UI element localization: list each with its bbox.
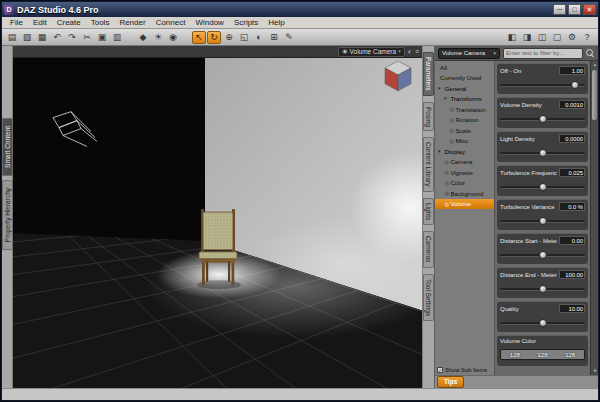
new-scene-icon[interactable]: ▤	[5, 31, 19, 44]
paste-icon[interactable]: ▥	[110, 31, 124, 44]
param-slider[interactable]	[500, 186, 585, 189]
param-value-field[interactable]: 0.025	[559, 168, 585, 177]
parameters-camera-dropdown[interactable]: Volume Camera ▾	[438, 48, 500, 59]
param-slider-handle[interactable]	[539, 251, 547, 259]
param-value-field[interactable]: 0.0000	[559, 134, 585, 143]
show-sub-items[interactable]: ✓ Show Sub Items	[437, 367, 487, 373]
param-slider-handle[interactable]	[539, 115, 547, 123]
expand-arrow-icon[interactable]: ▼	[443, 96, 447, 101]
viewport-3d-scene[interactable]	[13, 58, 422, 388]
menu-render[interactable]: Render	[114, 17, 150, 28]
menu-help[interactable]: Help	[263, 17, 289, 28]
param-slider-handle[interactable]	[571, 81, 579, 89]
spot-render-icon[interactable]: ✎	[282, 31, 296, 44]
split-view-icon[interactable]: ◫	[535, 31, 549, 44]
expand-arrow-icon[interactable]: ▼	[437, 86, 441, 91]
create-primitive-icon[interactable]: ◆	[136, 31, 150, 44]
minimize-button[interactable]: ─	[553, 4, 566, 15]
tab-posing[interactable]: Posing	[423, 102, 434, 132]
viewport-camera-selector[interactable]: ◉ Volume Camera ▾	[338, 47, 404, 57]
help-icon[interactable]: ?	[580, 31, 594, 44]
tab-tool-settings[interactable]: Tool Settings	[423, 274, 434, 321]
color-swatch[interactable]: 128 128 128	[500, 349, 585, 360]
nav-misc[interactable]: ◎ Misc	[435, 136, 494, 147]
param-slider[interactable]	[500, 322, 585, 325]
param-slider[interactable]	[500, 84, 585, 87]
menu-connect[interactable]: Connect	[151, 17, 191, 28]
translate-tool-icon[interactable]: ⊕	[222, 31, 236, 44]
param-slider-handle[interactable]	[539, 285, 547, 293]
scroll-down-icon[interactable]: ▼	[591, 367, 598, 375]
filter-input[interactable]	[503, 48, 583, 59]
viewport-drawstyle-icon[interactable]: ◐	[408, 47, 412, 57]
nav-background[interactable]: ◎ Background	[435, 188, 494, 199]
nav-color[interactable]: ◎ Color	[435, 178, 494, 189]
panes-icon[interactable]: ◨	[520, 31, 534, 44]
nav-all[interactable]: All	[435, 62, 494, 73]
tab-cameras[interactable]: Cameras	[423, 231, 434, 267]
new-window-icon[interactable]: ▢	[550, 31, 564, 44]
cut-icon[interactable]: ✂	[80, 31, 94, 44]
nav-currently-used[interactable]: Currently Used	[435, 73, 494, 84]
title-bar[interactable]: D DAZ Studio 4.6 Pro ─□✕	[2, 2, 598, 17]
tab-smart-content[interactable]: Smart Content	[2, 118, 13, 176]
menu-create[interactable]: Create	[52, 17, 86, 28]
nav-display[interactable]: ▼ Display	[435, 146, 494, 157]
param-slider-handle[interactable]	[539, 149, 547, 157]
nav-scale[interactable]: ◎ Scale	[435, 125, 494, 136]
close-button[interactable]: ✕	[583, 4, 596, 15]
param-slider-handle[interactable]	[539, 319, 547, 327]
undo-icon[interactable]: ↶	[50, 31, 64, 44]
param-value-field[interactable]: 0.0 %	[559, 202, 585, 211]
nav-volume[interactable]: ◎ Volume	[435, 199, 494, 210]
menu-tools[interactable]: Tools	[86, 17, 115, 28]
param-value-field[interactable]: 100.00	[559, 270, 585, 279]
menu-window[interactable]: Window	[190, 17, 228, 28]
param-value-field[interactable]: 10.00	[559, 304, 585, 313]
surface-selection-tool-icon[interactable]: ◐	[252, 31, 266, 44]
nav-translation[interactable]: ◎ Translation	[435, 104, 494, 115]
nav-general[interactable]: ▼ General	[435, 83, 494, 94]
scroll-up-icon[interactable]: ▲	[591, 61, 598, 69]
param-slider[interactable]	[500, 288, 585, 291]
create-light-icon[interactable]: ☀	[151, 31, 165, 44]
param-slider[interactable]	[500, 220, 585, 223]
tab-property-hierarchy[interactable]: Property Hierarchy	[2, 180, 13, 250]
param-slider[interactable]	[500, 254, 585, 257]
redo-icon[interactable]: ↷	[65, 31, 79, 44]
expand-arrow-icon[interactable]: ▼	[437, 149, 441, 154]
nav-vignette[interactable]: ◎ Vignette	[435, 167, 494, 178]
tips-button[interactable]: Tips	[437, 376, 464, 388]
nav-transforms[interactable]: ▼ Transforms	[435, 94, 494, 105]
param-value-field[interactable]: 0.0010	[559, 100, 585, 109]
viewport-menu-icon[interactable]: ≡	[415, 47, 419, 57]
param-value-field[interactable]: 0.00	[559, 236, 585, 245]
preferences-icon[interactable]: ⚙	[565, 31, 579, 44]
param-slider-handle[interactable]	[539, 183, 547, 191]
param-slider-handle[interactable]	[539, 217, 547, 225]
save-scene-icon[interactable]: ▦	[35, 31, 49, 44]
tab-parameters[interactable]: Parameters	[423, 52, 434, 96]
scrollbar-thumb[interactable]	[592, 70, 597, 120]
maximize-button[interactable]: □	[568, 4, 581, 15]
node-selection-tool-icon[interactable]: ↖	[192, 31, 206, 44]
nav-rotation[interactable]: ◎ Rotation	[435, 115, 494, 126]
create-camera-icon[interactable]: ◉	[166, 31, 180, 44]
layout-icon[interactable]: ◧	[505, 31, 519, 44]
scale-tool-icon[interactable]: ◱	[237, 31, 251, 44]
aim-camera-icon[interactable]: ⊞	[267, 31, 281, 44]
menu-edit[interactable]: Edit	[28, 17, 52, 28]
show-sub-items-checkbox[interactable]: ✓	[437, 367, 443, 373]
parameters-scrollbar[interactable]: ▲ ▼	[590, 61, 598, 375]
rotate-tool-icon[interactable]: ↻	[207, 31, 221, 44]
search-icon[interactable]	[586, 49, 595, 58]
nav-camera[interactable]: ◎ Camera	[435, 157, 494, 168]
open-scene-icon[interactable]: ▧	[20, 31, 34, 44]
menu-scripts[interactable]: Scripts	[229, 17, 263, 28]
param-slider[interactable]	[500, 118, 585, 121]
param-slider[interactable]	[500, 152, 585, 155]
param-value-field[interactable]: 1.00	[559, 66, 585, 75]
tab-content-library[interactable]: Content Library	[423, 137, 434, 191]
menu-file[interactable]: File	[5, 17, 28, 28]
copy-icon[interactable]: ▣	[95, 31, 109, 44]
